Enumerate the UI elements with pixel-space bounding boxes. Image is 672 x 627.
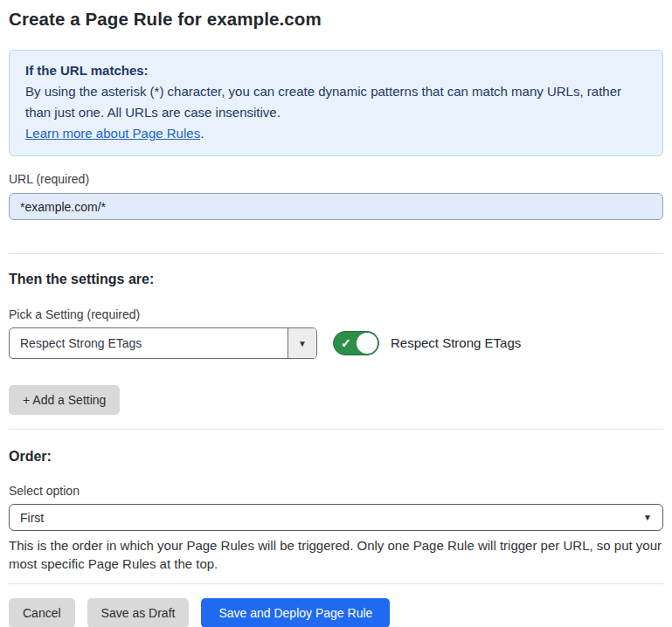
setting-row: Respect Strong ETags ▼ ✓ Respect Strong … (9, 327, 663, 359)
order-help-text: This is the order in which your Page Rul… (9, 536, 663, 573)
url-field-label: URL (required) (9, 172, 663, 186)
url-input[interactable] (9, 193, 663, 220)
order-section-heading: Order: (9, 449, 663, 465)
link-period: . (200, 126, 204, 141)
setting-select[interactable]: Respect Strong ETags ▼ (9, 327, 317, 359)
page-title: Create a Page Rule for example.com (9, 9, 663, 30)
divider (9, 429, 663, 430)
divider (9, 253, 663, 254)
chevron-down-icon: ▼ (298, 339, 307, 348)
check-icon: ✓ (341, 337, 351, 349)
info-box-body: By using the asterisk (*) character, you… (25, 81, 647, 123)
setting-select-value: Respect Strong ETags (10, 328, 288, 358)
toggle-knob (357, 333, 378, 354)
learn-more-link[interactable]: Learn more about Page Rules (25, 126, 200, 141)
divider (9, 583, 663, 584)
footer-actions: Cancel Save as Draft Save and Deploy Pag… (9, 598, 663, 627)
setting-toggle[interactable]: ✓ (333, 331, 379, 355)
pick-setting-label: Pick a Setting (required) (9, 307, 663, 321)
url-match-info-box: If the URL matches: By using the asteris… (9, 50, 663, 156)
settings-section-heading: Then the settings are: (9, 272, 663, 287)
cancel-button[interactable]: Cancel (9, 598, 75, 627)
page-rule-form: Create a Page Rule for example.com If th… (0, 9, 672, 627)
order-select-label: Select option (9, 484, 663, 498)
order-select-value: First (20, 511, 44, 525)
chevron-down-icon: ▼ (643, 513, 652, 522)
info-box-heading: If the URL matches: (25, 60, 647, 81)
save-draft-button[interactable]: Save as Draft (87, 598, 190, 627)
setting-toggle-label: Respect Strong ETags (391, 331, 521, 355)
info-box-link-line: Learn more about Page Rules. (25, 123, 647, 144)
setting-select-arrow-button[interactable]: ▼ (288, 328, 316, 358)
add-setting-button[interactable]: + Add a Setting (9, 385, 120, 415)
save-deploy-button[interactable]: Save and Deploy Page Rule (201, 598, 390, 627)
order-select[interactable]: First ▼ (9, 504, 663, 531)
